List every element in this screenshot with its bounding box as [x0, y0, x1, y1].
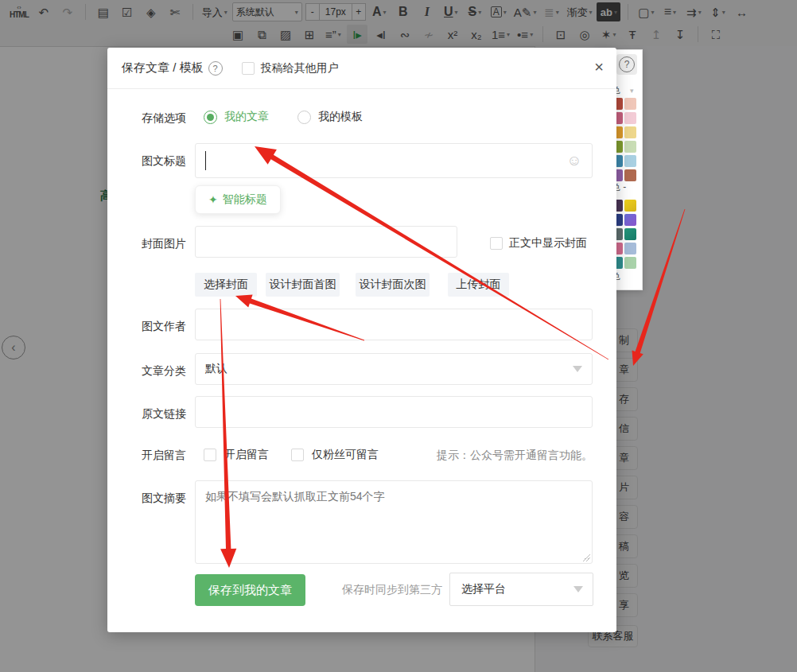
show-cover-label: 正文中显示封面 — [509, 236, 587, 251]
fans-only-option-label: 仅粉丝可留言 — [312, 448, 379, 462]
caret-down-icon: ▾ — [630, 87, 634, 95]
color-swatch[interactable] — [624, 141, 636, 153]
radio-my-articles-label: 我的文章 — [224, 110, 269, 124]
cover-image-label: 封面图片 — [142, 237, 186, 251]
fans-only-comments-option[interactable]: 仅粉丝可留言 — [291, 448, 379, 462]
color-swatch[interactable] — [624, 155, 636, 167]
magic-wand-icon: ✦ — [208, 193, 218, 206]
radio-selected-icon[interactable] — [204, 111, 217, 124]
cover-image-input[interactable] — [195, 226, 457, 258]
article-title-input[interactable]: ☺ — [195, 143, 593, 178]
choose-cover-button[interactable]: 选择封面 — [195, 273, 257, 297]
source-link-input[interactable] — [195, 396, 593, 428]
emoji-smiley-icon[interactable]: ☺ — [566, 153, 582, 169]
sync-third-party-label: 保存时同步到第三方 — [342, 583, 442, 597]
color-swatch[interactable] — [624, 169, 636, 181]
save-to-my-articles-button[interactable]: 保存到我的文章 — [195, 574, 305, 606]
submit-to-others-label: 投稿给其他用户 — [261, 61, 339, 76]
summary-label: 图文摘要 — [142, 491, 186, 506]
submit-to-others-checkbox[interactable] — [242, 62, 255, 75]
show-cover-in-body-option[interactable]: 正文中显示封面 — [490, 236, 587, 251]
color-swatch[interactable] — [624, 228, 636, 240]
comments-tip-text: 提示：公众号需开通留言功能。 — [437, 449, 593, 463]
resize-handle[interactable] — [582, 554, 590, 561]
fans-only-checkbox[interactable] — [291, 449, 304, 461]
color-swatch[interactable] — [624, 126, 636, 138]
category-select[interactable]: 默认 — [195, 353, 593, 385]
design-cover-second-button[interactable]: 设计封面次图 — [356, 273, 430, 297]
enable-comments-option-label: 开启留言 — [224, 448, 269, 462]
category-label: 文章分类 — [142, 364, 186, 379]
panel-help-button[interactable]: ? — [616, 54, 637, 75]
comments-label: 开启留言 — [142, 449, 186, 463]
color-swatch[interactable] — [624, 112, 636, 124]
category-value: 默认 — [205, 362, 227, 376]
text-caret — [205, 151, 206, 170]
caret-down-icon — [573, 586, 583, 592]
color-swatch[interactable] — [624, 200, 636, 212]
article-title-label: 图文标题 — [142, 154, 186, 169]
show-cover-checkbox[interactable] — [490, 237, 503, 250]
author-input[interactable] — [195, 309, 593, 340]
summary-textarea[interactable] — [195, 480, 593, 564]
radio-my-articles[interactable]: 我的文章 — [204, 110, 269, 124]
enable-comments-checkbox[interactable] — [204, 449, 216, 461]
author-label: 图文作者 — [142, 320, 186, 334]
radio-unselected-icon[interactable] — [297, 111, 311, 124]
summary-textarea-field[interactable] — [196, 481, 592, 563]
radio-my-templates-label: 我的模板 — [318, 110, 363, 124]
modal-header: 保存文章 / 模板 ? 投稿给其他用户 × — [107, 48, 616, 89]
platform-select-value: 选择平台 — [461, 582, 506, 596]
enable-comments-option[interactable]: 开启留言 — [204, 448, 269, 462]
color-swatch[interactable] — [624, 98, 636, 110]
source-link-label: 原文链接 — [142, 407, 186, 421]
design-cover-first-button[interactable]: 设计封面首图 — [266, 273, 340, 297]
question-mark-icon: ? — [619, 56, 635, 72]
color-swatch[interactable] — [624, 243, 636, 254]
color-swatch[interactable] — [624, 257, 636, 269]
save-article-modal: 保存文章 / 模板 ? 投稿给其他用户 × 存储选项 我的文章 我的模板 图文标… — [107, 48, 616, 632]
smart-title-button[interactable]: ✦ 智能标题 — [195, 185, 281, 214]
help-icon[interactable]: ? — [208, 61, 223, 76]
platform-select[interactable]: 选择平台 — [449, 573, 593, 606]
color-swatch[interactable] — [624, 214, 636, 226]
storage-options-label: 存储选项 — [142, 111, 186, 126]
upload-cover-button[interactable]: 上传封面 — [448, 273, 509, 297]
smart-title-label: 智能标题 — [223, 192, 267, 207]
modal-title: 保存文章 / 模板 — [122, 60, 204, 76]
close-icon[interactable]: × — [594, 59, 604, 75]
radio-my-templates[interactable]: 我的模板 — [297, 110, 363, 124]
caret-down-icon — [573, 366, 582, 372]
